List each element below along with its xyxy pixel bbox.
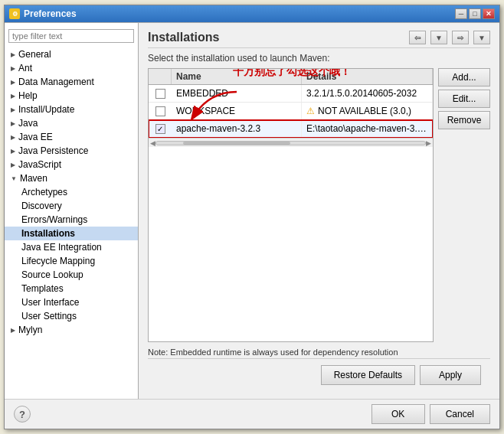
sidebar-label: User Settings (21, 311, 77, 321)
scroll-track[interactable] (155, 141, 426, 145)
content-area: ▶ General ▶ Ant ▶ Data Management ▶ Help… (5, 22, 499, 399)
arrow-icon: ▶ (11, 120, 15, 127)
arrow-icon: ▶ (11, 134, 15, 141)
maximize-button[interactable]: □ (469, 8, 481, 19)
side-buttons: Add... Edit... Remove (438, 68, 490, 358)
col-checkbox (149, 69, 172, 84)
row-checkbox[interactable]: ✓ (155, 124, 165, 134)
row-name: EMBEDDED (172, 85, 302, 102)
sidebar-item-maven[interactable]: ▼ Maven (5, 171, 138, 185)
minimize-button[interactable]: ─ (455, 8, 467, 19)
arrow-icon: ▶ (11, 51, 15, 58)
sidebar-item-java[interactable]: ▶ Java (5, 116, 138, 130)
sidebar-label: Java EE (18, 132, 53, 142)
scroll-left-btn[interactable]: ◀ (150, 139, 155, 147)
table-row: WORKSPACE ⚠NOT AVAILABLE (3.0,) (149, 103, 433, 120)
row-name: apache-maven-3.2.3 (172, 120, 302, 137)
sidebar-label: Install/Update (18, 104, 74, 115)
sidebar-item-java-persistence[interactable]: ▶ Java Persistence (5, 144, 138, 158)
panel-title-text: Installations (148, 31, 219, 44)
row-checkbox[interactable] (155, 89, 165, 99)
row-checkbox-cell (149, 86, 172, 102)
row-name: WORKSPACE (172, 103, 302, 119)
sidebar-item-javascript[interactable]: ▶ JavaScript (5, 158, 138, 171)
sidebar-label: Mylyn (18, 325, 42, 335)
row-details: E:\taotao\apache-maven-3.2.3 (302, 120, 433, 137)
sidebar-label: Lifecycle Mapping (21, 256, 95, 266)
dialog-ok-cancel: OK Cancel (371, 404, 490, 424)
sidebar-item-user-interface[interactable]: User Interface (5, 295, 138, 309)
apply-button[interactable]: Apply (420, 365, 481, 385)
arrow-icon: ▶ (11, 162, 15, 168)
sidebar-label: Templates (21, 283, 64, 294)
sidebar-label: General (18, 49, 51, 60)
add-button[interactable]: Add... (438, 68, 490, 86)
help-button[interactable]: ? (14, 406, 31, 423)
sidebar-item-ant[interactable]: ▶ Ant (5, 61, 138, 75)
sidebar-label: Discovery (21, 201, 62, 211)
bottom-toolbar: Restore Defaults Apply (148, 358, 490, 391)
forward-button[interactable]: ⇨ (452, 31, 469, 44)
installations-table: Name Details EMBEDDED 3.2.1/1.5.0.201406… (148, 68, 434, 342)
arrow-icon: ▶ (11, 148, 15, 155)
arrow-icon: ▶ (11, 327, 15, 334)
preferences-window: ⚙ Preferences ─ □ ✕ ▶ General ▶ Ant ▶ Da… (4, 5, 500, 429)
sidebar: ▶ General ▶ Ant ▶ Data Management ▶ Help… (5, 23, 139, 399)
scroll-right-btn[interactable]: ▶ (426, 139, 431, 147)
nav-dropdown[interactable]: ▼ (430, 31, 447, 44)
sidebar-label: User Interface (21, 297, 79, 308)
col-details: Details (302, 69, 433, 84)
sidebar-item-java-ee-integration[interactable]: Java EE Integration (5, 240, 138, 254)
panel-header: Installations ⇦ ▼ ⇨ ▼ (148, 31, 490, 48)
sidebar-label: Source Lookup (21, 269, 83, 280)
row-checkbox-cell: ✓ (149, 121, 172, 137)
arrow-icon: ▶ (11, 106, 15, 113)
restore-defaults-button[interactable]: Restore Defaults (321, 365, 415, 385)
row-checkbox[interactable] (155, 106, 165, 116)
back-button[interactable]: ⇦ (409, 31, 426, 44)
horizontal-scrollbar[interactable]: ◀ ▶ (149, 138, 433, 147)
forward-dropdown[interactable]: ▼ (473, 31, 490, 44)
sidebar-label: Errors/Warnings (21, 214, 87, 225)
installations-section: Name Details EMBEDDED 3.2.1/1.5.0.201406… (148, 68, 490, 358)
sidebar-item-java-ee[interactable]: ▶ Java EE (5, 130, 138, 144)
col-name: Name (172, 69, 302, 84)
sidebar-item-installations[interactable]: Installations (5, 227, 138, 240)
main-panel: Installations ⇦ ▼ ⇨ ▼ Select the install… (139, 23, 499, 399)
sidebar-item-lifecycle-mapping[interactable]: Lifecycle Mapping (5, 254, 138, 268)
sidebar-label: JavaScript (18, 159, 61, 170)
sidebar-item-archetypes[interactable]: Archetypes (5, 185, 138, 199)
sidebar-item-errors-warnings[interactable]: Errors/Warnings (5, 213, 138, 227)
cancel-button[interactable]: Cancel (430, 404, 490, 424)
sidebar-label: Java (18, 118, 38, 129)
sidebar-label: Java Persistence (18, 145, 88, 156)
title-bar: ⚙ Preferences ─ □ ✕ (5, 5, 499, 22)
warning-icon: ⚠ (306, 106, 315, 116)
remove-button[interactable]: Remove (438, 111, 490, 129)
sidebar-item-install-update[interactable]: ▶ Install/Update (5, 103, 138, 116)
sidebar-item-data-management[interactable]: ▶ Data Management (5, 75, 138, 89)
close-button[interactable]: ✕ (483, 8, 495, 19)
panel-nav: ⇦ ▼ ⇨ ▼ (409, 31, 490, 44)
sidebar-label: Maven (20, 173, 47, 184)
edit-button[interactable]: Edit... (438, 90, 490, 108)
note-text: Note: Embedded runtime is always used fo… (148, 347, 434, 358)
table-area: Name Details EMBEDDED 3.2.1/1.5.0.201406… (148, 68, 434, 358)
sidebar-item-mylyn[interactable]: ▶ Mylyn (5, 323, 138, 337)
sidebar-item-general[interactable]: ▶ General (5, 47, 138, 61)
scroll-thumb[interactable] (183, 142, 290, 145)
arrow-icon: ▶ (11, 65, 15, 72)
row-checkbox-cell (149, 103, 172, 119)
sidebar-label: Ant (18, 63, 32, 73)
sidebar-item-discovery[interactable]: Discovery (5, 199, 138, 213)
window-title: Preferences (24, 8, 455, 19)
sidebar-item-help[interactable]: ▶ Help (5, 89, 138, 103)
sidebar-item-templates[interactable]: Templates (5, 282, 138, 295)
sidebar-search-input[interactable] (8, 29, 134, 43)
sidebar-item-source-lookup[interactable]: Source Lookup (5, 268, 138, 282)
window-icon: ⚙ (9, 8, 20, 19)
sidebar-item-user-settings[interactable]: User Settings (5, 309, 138, 323)
table-header: Name Details (149, 69, 433, 85)
row-details: ⚠NOT AVAILABLE (3.0,) (302, 103, 433, 119)
ok-button[interactable]: OK (371, 404, 425, 424)
